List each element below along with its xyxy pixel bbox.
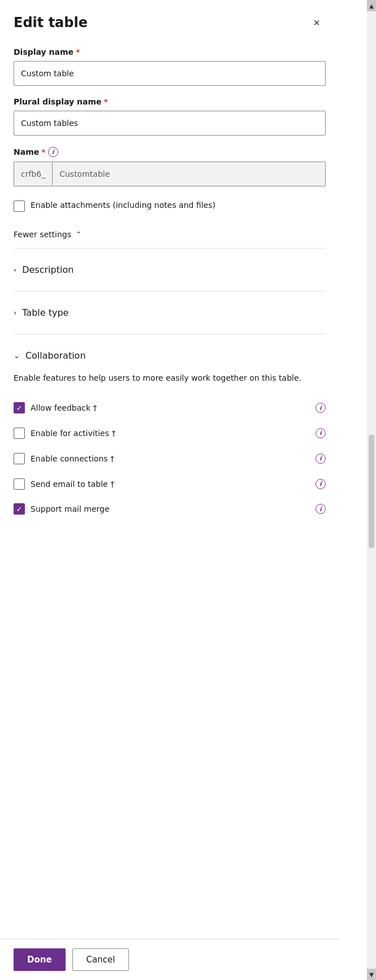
table-type-chevron-right-icon: ›: [14, 308, 16, 317]
enable-connections-checkbox[interactable]: [14, 453, 25, 464]
plural-display-name-input[interactable]: [14, 111, 326, 136]
name-info-icon[interactable]: i: [48, 147, 58, 157]
collaboration-section-row[interactable]: ⌄ Collaboration: [14, 339, 326, 372]
send-email-label: Send email to table †: [31, 480, 114, 489]
send-email-checkbox[interactable]: [14, 478, 25, 490]
plural-display-name-label: Plural display name *: [14, 97, 326, 106]
cancel-button[interactable]: Cancel: [72, 948, 129, 971]
done-button[interactable]: Done: [14, 948, 66, 971]
enable-connections-left: Enable connections †: [14, 452, 114, 464]
allow-feedback-checkbox[interactable]: ✓: [14, 402, 25, 413]
divider-3: [14, 334, 326, 334]
plural-display-name-required: *: [104, 97, 108, 106]
allow-feedback-label: Allow feedback †: [31, 403, 97, 412]
display-name-input[interactable]: [14, 61, 326, 86]
support-mail-merge-left: ✓ Support mail merge: [14, 503, 110, 515]
enable-attachments-checkbox[interactable]: [14, 201, 25, 212]
name-prefix: crfb6_: [14, 162, 52, 186]
divider-1: [14, 248, 326, 249]
support-mail-merge-checkbox[interactable]: ✓: [14, 503, 25, 515]
enable-activities-info-icon[interactable]: i: [316, 428, 326, 438]
enable-attachments-label: Enable attachments (including notes and …: [31, 200, 215, 211]
name-field-group: Name * i crfb6_: [14, 147, 326, 186]
enable-activities-label: Enable for activities †: [31, 429, 115, 438]
allow-feedback-left: ✓ Allow feedback †: [14, 402, 97, 413]
enable-activities-left: Enable for activities †: [14, 427, 115, 439]
collaboration-section-title: Collaboration: [25, 350, 86, 361]
dialog-title: Edit table: [14, 15, 88, 31]
scroll-down-arrow[interactable]: ▼: [367, 969, 376, 980]
send-email-left: Send email to table †: [14, 478, 114, 490]
fewer-settings-button[interactable]: Fewer settings ⌃: [14, 225, 81, 243]
allow-feedback-info-icon[interactable]: i: [316, 403, 326, 413]
enable-connections-row: Enable connections † i: [14, 446, 326, 471]
description-section-row[interactable]: › Description: [14, 253, 326, 286]
enable-activities-checkbox[interactable]: [14, 428, 25, 439]
close-button[interactable]: ×: [308, 14, 326, 32]
name-input[interactable]: [52, 162, 326, 186]
send-email-info-icon[interactable]: i: [316, 479, 326, 489]
name-label: Name * i: [14, 147, 326, 157]
description-chevron-right-icon: ›: [14, 265, 16, 274]
display-name-required: *: [76, 47, 80, 56]
enable-activities-row: Enable for activities † i: [14, 420, 326, 446]
display-name-field-group: Display name *: [14, 47, 326, 86]
description-section-title: Description: [22, 264, 74, 275]
fewer-settings-label: Fewer settings: [14, 230, 71, 239]
divider-2: [14, 291, 326, 291]
table-type-section-title: Table type: [22, 307, 68, 318]
collaboration-description: Enable features to help users to more ea…: [14, 372, 326, 384]
allow-feedback-row: ✓ Allow feedback † i: [14, 395, 326, 420]
scroll-thumb[interactable]: [369, 435, 374, 548]
enable-attachments-row: Enable attachments (including notes and …: [14, 200, 326, 212]
collaboration-chevron-down-icon: ⌄: [14, 351, 20, 360]
name-required: *: [41, 147, 45, 156]
fewer-settings-chevron-up-icon: ⌃: [76, 230, 81, 238]
support-mail-merge-row: ✓ Support mail merge i: [14, 496, 326, 521]
dialog-footer: Done Cancel: [0, 939, 339, 980]
scrollbar[interactable]: ▲ ▼: [367, 0, 376, 980]
enable-connections-label: Enable connections †: [31, 454, 114, 463]
name-field-wrapper: crfb6_: [14, 162, 326, 186]
display-name-label: Display name *: [14, 47, 326, 56]
dialog-header: Edit table ×: [14, 14, 326, 32]
support-mail-merge-info-icon[interactable]: i: [316, 504, 326, 514]
scroll-up-arrow[interactable]: ▲: [367, 0, 376, 11]
send-email-row: Send email to table † i: [14, 471, 326, 496]
plural-display-name-field-group: Plural display name *: [14, 97, 326, 136]
table-type-section-row[interactable]: › Table type: [14, 296, 326, 329]
support-mail-merge-label: Support mail merge: [31, 504, 110, 513]
enable-connections-info-icon[interactable]: i: [316, 454, 326, 464]
